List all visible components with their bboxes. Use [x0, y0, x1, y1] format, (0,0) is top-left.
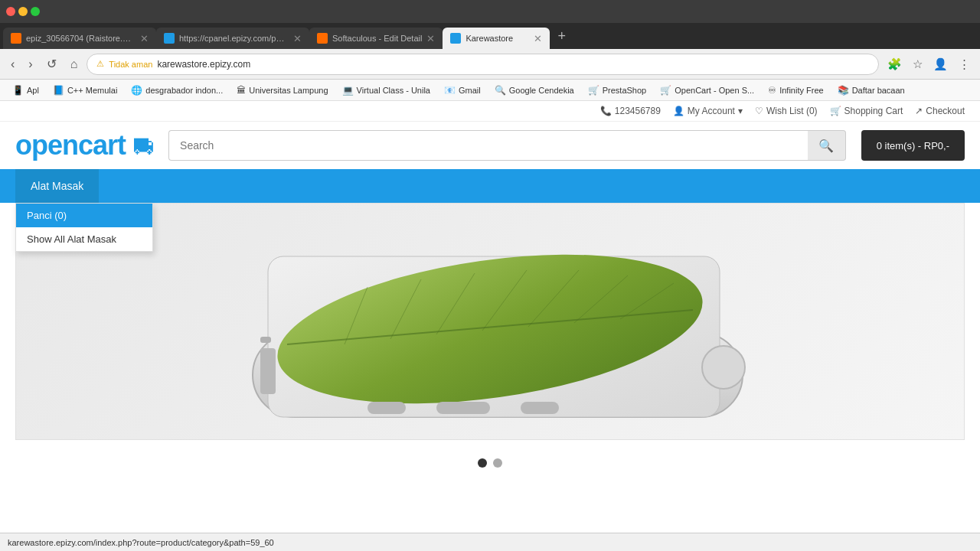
nav-alat-masak-label: Alat Masak: [31, 180, 83, 192]
tab-4-favicon: [450, 33, 461, 44]
search-input[interactable]: [168, 130, 808, 161]
tab-1-label: epiz_30566704 (Raistore.epizy.c...: [26, 34, 136, 43]
dropdown-item-show-all[interactable]: Show All Alat Masak: [16, 227, 152, 251]
wish-list-item[interactable]: ♡ Wish List (0): [755, 106, 818, 116]
bookmark-vclass-favicon: 💻: [342, 85, 354, 96]
bookmark-cpp-label: C++ Memulai: [67, 86, 117, 95]
svg-rect-11: [260, 348, 276, 394]
bookmarks-bar: 📱 Apl 📘 C++ Memulai 🌐 desgrabador indon.…: [0, 80, 980, 101]
phone-item: 📞 123456789: [600, 106, 661, 116]
main-header: opencart ⛟ 🔍 0 item(s) - RP0,-: [0, 122, 980, 169]
bookmark-daftar[interactable]: 📚 Daftar bacaan: [831, 83, 911, 97]
bookmark-unila-label: Universitas Lampung: [249, 86, 328, 95]
dropdown-item-panci[interactable]: Panci (0): [16, 204, 152, 227]
bookmark-apl-favicon: 📱: [12, 85, 24, 96]
bookmark-vclass[interactable]: 💻 Virtual Class - Unila: [336, 83, 436, 97]
bookmark-gmail[interactable]: 📧 Gmail: [438, 83, 487, 97]
nav-item-alat-masak[interactable]: Alat Masak: [15, 169, 99, 203]
slider-dots: [0, 448, 980, 478]
slider-dot-2[interactable]: [493, 458, 502, 468]
tab-2-label: https://cpanel.epizy.com/panel/...: [179, 34, 289, 43]
bookmark-infinity[interactable]: ♾ Infinity Free: [762, 83, 829, 97]
bookmark-scholar-label: Google Cendekia: [509, 86, 574, 95]
secure-badge: ⚠: [96, 59, 104, 69]
tab-1-close[interactable]: ✕: [140, 33, 149, 44]
tab-1[interactable]: epiz_30566704 (Raistore.epizy.c... ✕: [3, 28, 156, 49]
tab-2-favicon: [164, 33, 175, 44]
maximize-dot[interactable]: [31, 7, 40, 16]
more-button[interactable]: ⋮: [955, 55, 974, 73]
bookmark-scholar[interactable]: 🔍 Google Cendekia: [488, 83, 580, 97]
bookmark-vclass-label: Virtual Class - Unila: [357, 86, 430, 95]
svg-rect-16: [260, 337, 271, 343]
svg-rect-14: [436, 402, 490, 414]
svg-rect-13: [368, 402, 406, 414]
bookmark-opencart[interactable]: 🛒 OpenCart - Open S...: [654, 83, 760, 97]
back-button[interactable]: ‹: [6, 54, 19, 74]
logo-area[interactable]: opencart ⛟: [15, 129, 153, 161]
bookmark-unila[interactable]: 🏛 Universitas Lampung: [230, 83, 334, 97]
bookmark-apl-label: Apl: [27, 86, 39, 95]
tab-2-close[interactable]: ✕: [293, 33, 302, 44]
forward-button[interactable]: ›: [24, 54, 37, 74]
status-bar: karewastore.epizy.com/index.php?route=pr…: [0, 533, 980, 551]
tab-bar: epiz_30566704 (Raistore.epizy.c... ✕ htt…: [0, 23, 980, 49]
heart-icon: ♡: [755, 106, 763, 116]
home-button[interactable]: ⌂: [66, 54, 83, 74]
bookmark-prestashop[interactable]: 🛒 PrestaShop: [582, 83, 652, 97]
minimize-dot[interactable]: [18, 7, 28, 16]
slider-dot-1[interactable]: [478, 458, 487, 468]
tab-3-favicon: [317, 33, 328, 44]
shopping-cart-item[interactable]: 🛒 Shopping Cart: [830, 106, 903, 116]
shopping-cart-label: Shopping Cart: [844, 106, 903, 116]
tab-4-close[interactable]: ✕: [534, 33, 542, 44]
profile-icon[interactable]: 👤: [929, 55, 952, 73]
bookmark-daftar-label: Daftar bacaan: [852, 86, 905, 95]
tab-3-close[interactable]: ✕: [426, 33, 435, 44]
checkout-item[interactable]: ↗ Checkout: [915, 106, 965, 116]
address-bar: ‹ › ↺ ⌂ ⚠ Tidak aman karewastore.epizy.c…: [0, 49, 980, 80]
cart-button[interactable]: 0 item(s) - RP0,-: [861, 130, 965, 161]
bookmark-desgrabador[interactable]: 🌐 desgrabador indon...: [125, 83, 229, 97]
bookmark-infinity-favicon: ♾: [768, 85, 776, 96]
tab-1-favicon: [11, 33, 21, 44]
url-display: karewastore.epizy.com: [157, 59, 250, 70]
address-input[interactable]: ⚠ Tidak aman karewastore.epizy.com: [87, 54, 879, 75]
phone-number: 123456789: [615, 106, 661, 116]
bookmark-cpp-favicon: 📘: [53, 85, 64, 96]
bookmark-gmail-label: Gmail: [459, 86, 481, 95]
star-icon[interactable]: ☆: [909, 55, 926, 73]
bookmark-desgrabador-favicon: 🌐: [131, 85, 142, 96]
account-chevron-icon: ▾: [738, 106, 743, 116]
page-wrapper: 📞 123456789 👤 My Account ▾ ♡ Wish List (…: [0, 101, 980, 551]
traffic-lights: [6, 7, 40, 16]
search-button[interactable]: 🔍: [808, 130, 846, 161]
address-icons: 🧩 ☆ 👤 ⋮: [884, 55, 974, 73]
logo-text: opencart ⛟: [15, 129, 153, 161]
tab-3[interactable]: Softaculous - Edit Detail ✕: [309, 28, 443, 49]
wish-list-label: Wish List (0): [766, 106, 818, 116]
bookmark-prestashop-label: PrestaShop: [603, 86, 646, 95]
refresh-button[interactable]: ↺: [42, 54, 61, 74]
tab-3-label: Softaculous - Edit Detail: [332, 34, 422, 43]
tab-2[interactable]: https://cpanel.epizy.com/panel/... ✕: [156, 28, 309, 49]
bookmark-cpp[interactable]: 📘 C++ Memulai: [47, 83, 123, 97]
tab-4-label: Karewastore: [466, 34, 529, 43]
bookmark-desgrabador-label: desgrabador indon...: [145, 86, 223, 95]
bookmark-apl[interactable]: 📱 Apl: [6, 83, 45, 97]
bookmark-unila-favicon: 🏛: [237, 85, 246, 96]
hero-area: [15, 203, 965, 440]
bookmark-opencart-favicon: 🛒: [660, 85, 671, 96]
bookmark-prestashop-favicon: 🛒: [588, 85, 599, 96]
extension-icon[interactable]: 🧩: [884, 55, 906, 73]
svg-rect-15: [521, 402, 559, 414]
my-account-item[interactable]: 👤 My Account ▾: [673, 106, 743, 116]
bookmark-infinity-label: Infinity Free: [779, 86, 823, 95]
bookmark-gmail-favicon: 📧: [444, 85, 456, 96]
new-tab-button[interactable]: +: [553, 28, 570, 44]
tab-4[interactable]: Karewastore ✕: [443, 28, 550, 49]
browser-chrome: [0, 0, 980, 23]
checkout-label: Checkout: [926, 106, 965, 116]
close-dot[interactable]: [6, 7, 15, 16]
secure-label: Tidak aman: [109, 60, 152, 69]
